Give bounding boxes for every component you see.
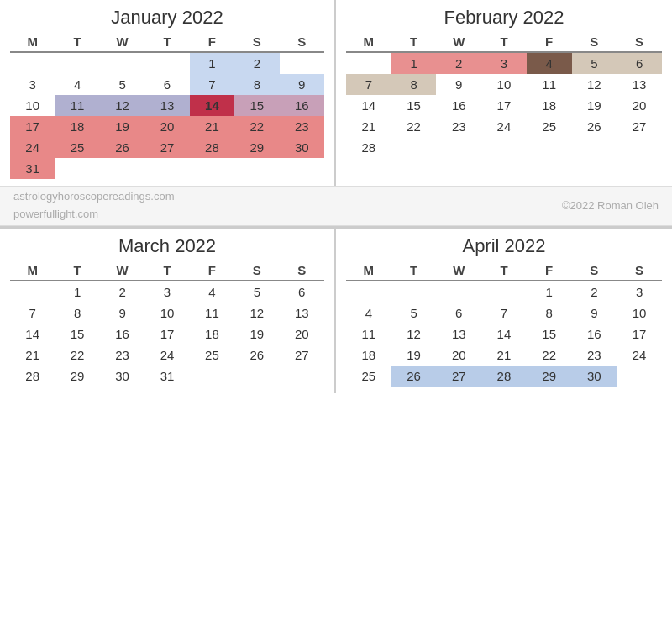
february-header-S: S — [572, 32, 617, 52]
february-day-25: 25 — [527, 116, 572, 137]
january-day-27: 27 — [144, 137, 189, 158]
february-day-empty-4-6 — [617, 137, 662, 158]
february-day-empty-4-3 — [481, 137, 527, 158]
april-day-empty-0-3 — [481, 281, 527, 302]
april-day-19: 19 — [391, 345, 437, 366]
april-title: April 2022 — [346, 235, 662, 257]
april-day-12: 12 — [391, 324, 437, 345]
march-day-14: 14 — [10, 324, 55, 345]
march-day-21: 21 — [10, 345, 55, 366]
april-day-26: 26 — [391, 366, 437, 387]
february-title: February 2022 — [346, 7, 662, 29]
january-day-6: 6 — [144, 74, 189, 95]
watermark-site2: powerfullight.com — [13, 208, 98, 220]
april-table: MTWTFSS123456789101112131415161718192021… — [346, 260, 662, 387]
march-title: March 2022 — [10, 235, 324, 257]
april-header-S: S — [617, 260, 662, 281]
february-header-M: M — [346, 32, 391, 52]
january-day-21: 21 — [190, 116, 234, 137]
february-day-2: 2 — [436, 52, 481, 74]
february-header-S: S — [617, 32, 662, 52]
march-header-S: S — [280, 260, 324, 281]
watermark-site1: astrologyhoroscopereadings.com — [13, 190, 175, 203]
april-day-3: 3 — [617, 281, 662, 302]
march-day-20: 20 — [280, 324, 324, 345]
january-day-25: 25 — [55, 137, 99, 158]
april-day-23: 23 — [572, 345, 617, 366]
february-day-27: 27 — [617, 116, 662, 137]
january-day-1: 1 — [190, 52, 234, 74]
march-day-6: 6 — [280, 281, 324, 302]
march-day-9: 9 — [100, 302, 144, 324]
watermark-left: astrologyhoroscopereadings.compowerfulli… — [13, 188, 175, 224]
march-header-W: W — [100, 260, 144, 281]
january-day-23: 23 — [280, 116, 324, 137]
january-header-S: S — [234, 32, 279, 52]
watermark-right: ©2022 Roman Oleh — [562, 199, 659, 212]
january-day-empty-5-3 — [144, 158, 189, 179]
january-day-empty-5-5 — [234, 158, 279, 179]
march-day-2: 2 — [100, 281, 144, 302]
april-header-W: W — [436, 260, 481, 281]
march-day-16: 16 — [100, 324, 144, 345]
april-day-7: 7 — [481, 302, 527, 324]
march-day-4: 4 — [190, 281, 234, 302]
april-day-empty-0-2 — [436, 281, 481, 302]
january-day-31: 31 — [10, 158, 55, 179]
april-day-empty-0-1 — [391, 281, 437, 302]
january-day-empty-5-4 — [190, 158, 234, 179]
february-day-13: 13 — [617, 74, 662, 95]
april-day-5: 5 — [391, 302, 437, 324]
march-header-F: F — [190, 260, 234, 281]
february-header-F: F — [527, 32, 572, 52]
february-day-14: 14 — [346, 95, 391, 116]
january-table: MTWTFSS123456789101112131415161718192021… — [10, 32, 324, 179]
february-day-empty-0-0 — [346, 52, 391, 74]
january-header-W: W — [100, 32, 144, 52]
march-day-26: 26 — [234, 345, 279, 366]
january-day-empty-0-3 — [144, 52, 189, 74]
march-header-S: S — [234, 260, 279, 281]
january-title: January 2022 — [10, 7, 324, 29]
february-day-26: 26 — [572, 116, 617, 137]
january-day-19: 19 — [100, 116, 144, 137]
march-day-empty-4-6 — [280, 366, 324, 387]
january-day-13: 13 — [144, 95, 189, 116]
february-day-5: 5 — [572, 52, 617, 74]
march-day-24: 24 — [144, 345, 189, 366]
february-header-W: W — [436, 32, 481, 52]
march-day-30: 30 — [100, 366, 144, 387]
march-header-T: T — [55, 260, 99, 281]
february-day-19: 19 — [572, 95, 617, 116]
february-day-1: 1 — [391, 52, 437, 74]
february-day-9: 9 — [436, 74, 481, 95]
january-day-2: 2 — [234, 52, 279, 74]
january-day-18: 18 — [55, 116, 99, 137]
march-day-8: 8 — [55, 302, 99, 324]
watermark-section: astrologyhoroscopereadings.compowerfulli… — [0, 186, 672, 226]
march-day-empty-4-4 — [190, 366, 234, 387]
january-day-11: 11 — [55, 95, 99, 116]
april-day-10: 10 — [617, 302, 662, 324]
main-container: January 2022MTWTFSS123456789101112131415… — [0, 0, 672, 393]
march-day-10: 10 — [144, 302, 189, 324]
april-day-2: 2 — [572, 281, 617, 302]
february-header-T: T — [391, 32, 437, 52]
february-day-22: 22 — [391, 116, 437, 137]
february-day-21: 21 — [346, 116, 391, 137]
march-day-empty-0-0 — [10, 281, 55, 302]
april-day-empty-4-6 — [617, 366, 662, 387]
january-day-empty-5-1 — [55, 158, 99, 179]
march-day-15: 15 — [55, 324, 99, 345]
january-day-20: 20 — [144, 116, 189, 137]
february-day-12: 12 — [572, 74, 617, 95]
january-day-14: 14 — [190, 95, 234, 116]
february-day-8: 8 — [391, 74, 437, 95]
april-day-empty-0-0 — [346, 281, 391, 302]
march-day-28: 28 — [10, 366, 55, 387]
april-day-14: 14 — [481, 324, 527, 345]
january-day-9: 9 — [280, 74, 324, 95]
march-day-27: 27 — [280, 345, 324, 366]
april-day-22: 22 — [527, 345, 572, 366]
january-day-22: 22 — [234, 116, 279, 137]
